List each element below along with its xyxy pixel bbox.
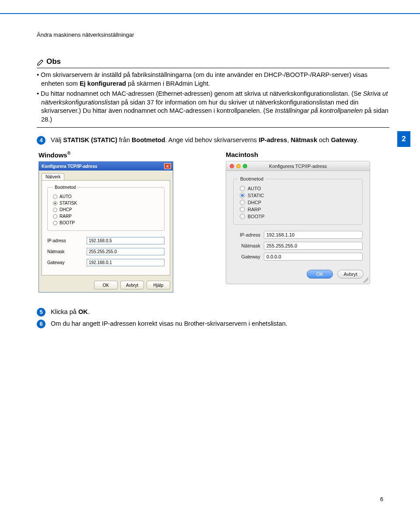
gw-input[interactable] bbox=[87, 259, 164, 266]
step-6-number: 6 bbox=[37, 320, 46, 328]
step-5: 5 Klicka på OK. bbox=[37, 307, 389, 317]
page-number: 6 bbox=[380, 496, 383, 502]
radio-bootp[interactable]: BOOTP bbox=[240, 213, 356, 220]
note-body: Om skrivarservern är inställd på fabriks… bbox=[37, 71, 389, 124]
help-button[interactable]: Hjälp bbox=[147, 281, 170, 289]
mac-column: Macintosh Konfigurera TCP/IP-adress Boot… bbox=[226, 151, 370, 293]
radio-rarp[interactable]: RARP bbox=[53, 213, 159, 219]
radio-dhcp[interactable]: DHCP bbox=[53, 206, 159, 213]
close-icon[interactable]: × bbox=[164, 163, 171, 169]
radio-bootp[interactable]: BOOTP bbox=[53, 219, 159, 226]
mask-label: Nätmask bbox=[233, 243, 264, 248]
resize-handle[interactable] bbox=[363, 277, 368, 282]
gw-label: Gateway bbox=[233, 254, 264, 259]
ip-input[interactable] bbox=[87, 237, 164, 244]
bootmethod-group: Bootmetod AUTO STATISK DHCP RARP BOOTP bbox=[47, 185, 164, 231]
minimize-icon[interactable] bbox=[236, 164, 241, 168]
radio-statisk[interactable]: STATISK bbox=[53, 200, 159, 206]
mask-label: Nätmask bbox=[47, 249, 87, 254]
gw-label: Gateway bbox=[47, 260, 87, 265]
ip-label: IP-adress bbox=[47, 238, 87, 243]
windows-column: Windows® Konfigurera TCP/IP-adress × Nät… bbox=[38, 151, 173, 293]
step-6: 6 Om du har angett IP-adressen korrekt v… bbox=[37, 319, 389, 328]
tab-network[interactable]: Nätverk bbox=[42, 173, 64, 180]
close-icon[interactable] bbox=[230, 164, 234, 168]
radio-auto[interactable]: AUTO bbox=[240, 185, 356, 192]
mac-titlebar[interactable]: Konfigurera TCP/IP-adress bbox=[226, 161, 370, 171]
windows-dialog: Konfigurera TCP/IP-adress × Nätverk Boot… bbox=[38, 161, 173, 293]
radio-dhcp[interactable]: DHCP bbox=[240, 199, 356, 206]
mask-input[interactable] bbox=[87, 248, 164, 255]
radio-rarp[interactable]: RARP bbox=[240, 206, 356, 213]
note-block: Obs Om skrivarservern är inställd på fab… bbox=[37, 57, 389, 128]
ok-button[interactable]: OK bbox=[94, 281, 118, 289]
radio-auto[interactable]: AUTO bbox=[53, 193, 159, 200]
ip-label: IP-adress bbox=[233, 232, 264, 237]
mask-input[interactable] bbox=[264, 242, 363, 250]
ok-button[interactable]: OK bbox=[307, 270, 333, 279]
zoom-icon[interactable] bbox=[243, 164, 247, 168]
cancel-button[interactable]: Avbryt bbox=[337, 270, 364, 279]
step-5-number: 5 bbox=[37, 308, 46, 317]
section-title: Ändra maskinens nätverksinställningar bbox=[37, 31, 389, 38]
pencil-icon bbox=[37, 58, 45, 66]
radio-static[interactable]: STATIC bbox=[240, 192, 356, 199]
mac-dialog-title: Konfigurera TCP/IP-adress bbox=[269, 164, 327, 169]
step-4-number: 4 bbox=[37, 136, 46, 145]
chapter-tab: 2 bbox=[397, 131, 410, 147]
mac-dialog: Konfigurera TCP/IP-adress Bootmetod AUTO… bbox=[226, 161, 370, 284]
cancel-button[interactable]: Avbryt bbox=[120, 281, 144, 289]
ip-input[interactable] bbox=[264, 231, 363, 239]
gw-input[interactable] bbox=[264, 253, 363, 261]
windows-dialog-title: Konfigurera TCP/IP-adress bbox=[42, 164, 97, 169]
step-4: 4 Välj STATISK (STATIC) från Bootmetod. … bbox=[37, 136, 389, 145]
note-label: Obs bbox=[46, 57, 61, 66]
bootmethod-group: Bootmetod AUTO STATIC DHCP RARP BOOTP bbox=[233, 176, 363, 225]
windows-titlebar[interactable]: Konfigurera TCP/IP-adress × bbox=[39, 162, 173, 171]
